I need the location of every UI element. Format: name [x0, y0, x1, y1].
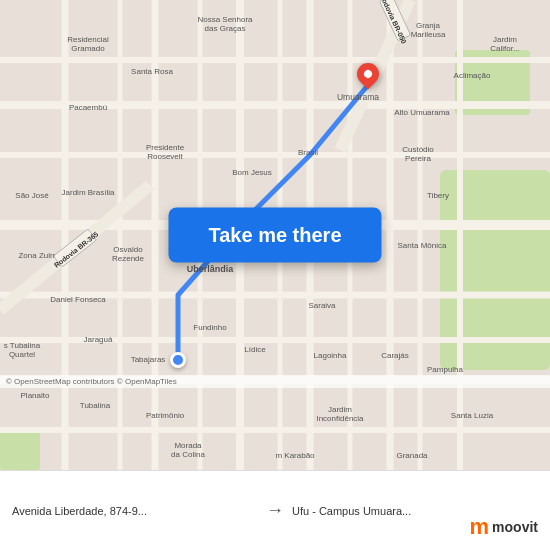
moovit-letter: m [470, 516, 490, 538]
svg-text:Pampulha: Pampulha [427, 365, 464, 374]
svg-text:s Tubalina: s Tubalina [4, 341, 41, 350]
svg-text:Santa Rosa: Santa Rosa [131, 67, 173, 76]
bottom-bar: Avenida Liberdade, 874-9... → Ufu - Camp… [0, 470, 550, 550]
svg-text:Alto Umuarama: Alto Umuarama [394, 108, 450, 117]
svg-text:Lídice: Lídice [244, 345, 266, 354]
svg-text:Tubalina: Tubalina [80, 401, 111, 410]
route-to-label: Ufu - Campus Umuara... [292, 505, 538, 517]
svg-text:Pereira: Pereira [405, 154, 431, 163]
svg-text:Nossa Senhora: Nossa Senhora [197, 15, 253, 24]
take-me-there-button[interactable]: Take me there [168, 208, 381, 263]
moovit-brand-name: moovit [492, 519, 538, 535]
svg-text:Santa Luzia: Santa Luzia [451, 411, 494, 420]
svg-text:da Colina: da Colina [171, 450, 205, 459]
route-from-label: Avenida Liberdade, 874-9... [12, 505, 258, 517]
svg-text:Brasil: Brasil [298, 148, 318, 157]
svg-text:São José: São José [15, 191, 49, 200]
svg-text:m Karabão: m Karabão [275, 451, 315, 460]
svg-text:Patrimônio: Patrimônio [146, 411, 185, 420]
svg-text:Morada: Morada [174, 441, 202, 450]
svg-text:Califor...: Califor... [490, 44, 519, 53]
svg-text:Fundinho: Fundinho [193, 323, 227, 332]
svg-text:Quartel: Quartel [9, 350, 35, 359]
svg-text:Aclimação: Aclimação [454, 71, 491, 80]
svg-text:Lagoinha: Lagoinha [314, 351, 347, 360]
svg-text:Residencial: Residencial [67, 35, 109, 44]
svg-text:Umuarama: Umuarama [337, 92, 379, 102]
svg-text:Jaraguá: Jaraguá [84, 335, 113, 344]
svg-text:Jardim Brasília: Jardim Brasília [62, 188, 115, 197]
moovit-logo: m moovit [470, 516, 538, 538]
svg-text:Tibery: Tibery [427, 191, 449, 200]
svg-text:Jardim: Jardim [328, 405, 352, 414]
svg-text:Marileusa: Marileusa [411, 30, 446, 39]
svg-text:Rezende: Rezende [112, 254, 145, 263]
svg-text:Saraiva: Saraiva [308, 301, 336, 310]
svg-text:Roosevelt: Roosevelt [147, 152, 183, 161]
svg-text:Custódio: Custódio [402, 145, 434, 154]
svg-text:Presidente: Presidente [146, 143, 185, 152]
svg-text:Inconfidência: Inconfidência [316, 414, 364, 423]
svg-text:Uberlândia: Uberlândia [187, 264, 235, 274]
svg-text:Osvaldo: Osvaldo [113, 245, 143, 254]
svg-text:Carajás: Carajás [381, 351, 409, 360]
destination-pin [357, 63, 379, 85]
svg-text:Granada: Granada [396, 451, 428, 460]
svg-text:Daniel Fonseca: Daniel Fonseca [50, 295, 106, 304]
copyright-bar: © OpenStreetMap contributors © OpenMapTi… [0, 375, 550, 388]
svg-text:Jardim: Jardim [493, 35, 517, 44]
svg-text:Granja: Granja [416, 21, 441, 30]
svg-text:Santa Mônica: Santa Mônica [398, 241, 447, 250]
svg-text:das Graças: das Graças [205, 24, 246, 33]
map-container: Residencial Gramado Nossa Senhora das Gr… [0, 0, 550, 470]
svg-text:Planalto: Planalto [21, 391, 50, 400]
route-arrow-icon: → [266, 500, 284, 521]
svg-text:Pacaembú: Pacaembú [69, 103, 107, 112]
svg-text:Tabajaras: Tabajaras [131, 355, 166, 364]
origin-pin [170, 352, 186, 368]
svg-text:Gramado: Gramado [71, 44, 105, 53]
svg-rect-3 [0, 430, 40, 470]
svg-text:Bom Jesus: Bom Jesus [232, 168, 272, 177]
